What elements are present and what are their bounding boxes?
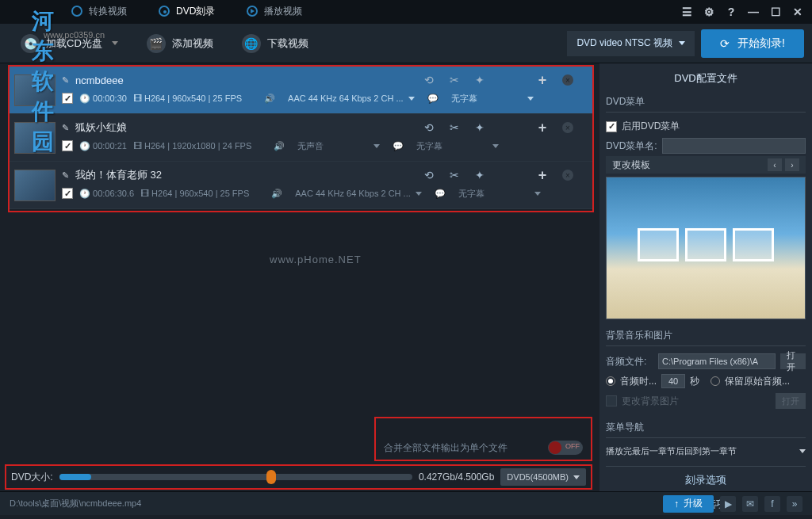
nav-behavior-select[interactable]: 播放完最后一章节后回到第一章节 [606, 445, 795, 457]
preset-label: DVD5(4500MB) [507, 472, 569, 482]
remove-button[interactable]: × [562, 74, 573, 86]
template-preview[interactable] [606, 177, 806, 319]
video-thumbnail [14, 74, 56, 106]
subtitle-icon: 💬 [427, 93, 439, 104]
minimize-button[interactable]: — [747, 6, 760, 18]
refresh-icon[interactable]: ⟲ [423, 74, 435, 86]
film-icon: 🎬 [147, 34, 166, 53]
more-icon[interactable]: » [787, 496, 802, 512]
video-row[interactable]: ✎ ncmbdeee ⟲ ✂ ✦ + × ✓ 🕐 00:00:30 🎞 H264… [10, 67, 592, 114]
menu-name-input[interactable] [662, 138, 806, 154]
keep-original-label: 保留原始音频... [725, 375, 790, 388]
upgrade-label: 升级 [684, 497, 703, 510]
open-audio-button[interactable]: 打开 [780, 353, 806, 369]
template-prev-button[interactable]: ‹ [768, 158, 782, 171]
play-icon [247, 6, 258, 17]
edit-icon[interactable]: ✎ [62, 170, 69, 181]
adjust-icon[interactable]: ✦ [473, 169, 486, 181]
duration: 🕐 00:06:30.6 [79, 189, 134, 199]
video-checkbox[interactable]: ✓ [62, 188, 73, 199]
upgrade-button[interactable]: ↑ 升级 [663, 495, 714, 513]
volume-icon[interactable]: 🔊 [271, 189, 282, 199]
video-checkbox[interactable]: ✓ [62, 140, 73, 151]
help-icon[interactable]: ? [725, 6, 737, 18]
add-button[interactable]: + [535, 120, 550, 135]
chevron-down-icon [573, 475, 580, 479]
edit-icon[interactable]: ✎ [62, 123, 69, 133]
enable-menu-label: 启用DVD菜单 [622, 120, 680, 133]
add-video-button[interactable]: 🎬 添加视频 [134, 29, 226, 58]
cut-icon[interactable]: ✂ [448, 121, 461, 134]
tab-convert[interactable]: 转换视频 [56, 0, 143, 24]
video-info: 🎞 H264 | 960x540 | 25 FPS [140, 189, 249, 198]
change-bg-checkbox[interactable] [606, 395, 617, 406]
subtitle-icon: 💬 [435, 189, 446, 199]
cd-icon: 💿 [21, 34, 40, 53]
settings-icon[interactable]: ⚙ [703, 6, 715, 18]
edit-icon[interactable]: ✎ [62, 75, 69, 86]
burn-options-link[interactable]: 刻录选项 [606, 468, 806, 492]
volume-icon[interactable]: 🔊 [264, 93, 275, 104]
video-checkbox[interactable]: ✓ [62, 93, 73, 104]
refresh-icon[interactable]: ⟲ [423, 169, 435, 181]
chevron-down-icon [112, 41, 118, 45]
size-slider-track[interactable] [59, 474, 412, 480]
video-thumbnail [14, 122, 56, 154]
add-button[interactable]: + [535, 168, 550, 182]
toolbar: 💿 加载CD光盘 🎬 添加视频 🌐 下载视频 DVD video NTSC 视频… [0, 24, 812, 63]
change-bg-label: 更改背景图片 [622, 395, 771, 408]
cut-icon[interactable]: ✂ [448, 74, 461, 86]
load-cd-button[interactable]: 💿 加载CD光盘 [8, 29, 131, 58]
download-video-button[interactable]: 🌐 下载视频 [229, 29, 321, 58]
chevron-down-icon [799, 449, 806, 453]
refresh-icon[interactable]: ⟲ [423, 121, 435, 134]
video-row[interactable]: ✎ 狐妖小红娘 ⟲ ✂ ✦ + × ✓ 🕐 00:00:21 🎞 H264 | … [10, 114, 592, 162]
remove-button[interactable]: × [562, 170, 573, 181]
facebook-icon[interactable]: f [764, 496, 780, 512]
adjust-icon[interactable]: ✦ [473, 121, 486, 134]
merge-toggle[interactable]: OFF [548, 441, 583, 455]
template-next-button[interactable]: › [785, 158, 799, 171]
size-slider-thumb[interactable] [266, 470, 276, 484]
video-info: 🎞 H264 | 1920x1080 | 24 FPS [133, 141, 251, 151]
audio-track-select[interactable]: AAC 44 KHz 64 Kbps 2 CH ... [282, 90, 421, 106]
maximize-button[interactable]: ☐ [769, 6, 782, 18]
audio-file-input[interactable] [658, 353, 776, 369]
keep-original-radio[interactable] [710, 376, 720, 386]
video-row[interactable]: ✎ 我的！体育老师 32 ⟲ ✂ ✦ + × ✓ 🕐 00:06:30.6 🎞 … [10, 162, 592, 209]
video-params-link[interactable]: 视频参数 [606, 516, 806, 519]
audio-time-radio[interactable] [606, 376, 615, 386]
subtitle-select[interactable]: 无字幕 [452, 185, 547, 201]
dvd-preset-select[interactable]: DVD5(4500MB) [500, 468, 586, 486]
cut-icon[interactable]: ✂ [448, 169, 461, 181]
audio-track-select[interactable]: AAC 44 KHz 64 Kbps 2 CH ... [289, 185, 428, 201]
audio-seconds-input[interactable] [661, 374, 685, 388]
video-title: 狐妖小红娘 [75, 120, 416, 135]
duration: 🕐 00:00:21 [79, 141, 127, 151]
video-list-panel: ✎ ncmbdeee ⟲ ✂ ✦ + × ✓ 🕐 00:00:30 🎞 H264… [0, 63, 599, 491]
toggle-state: OFF [565, 442, 580, 450]
video-list: ✎ ncmbdeee ⟲ ✂ ✦ + × ✓ 🕐 00:00:30 🎞 H264… [8, 65, 594, 212]
audio-track-select[interactable]: 无声音 [291, 138, 386, 154]
tab-play[interactable]: 播放视频 [231, 0, 318, 24]
output-format-select[interactable]: DVD video NTSC 视频 [567, 31, 695, 56]
enable-menu-checkbox[interactable]: ✓ [606, 121, 617, 132]
adjust-icon[interactable]: ✦ [473, 74, 486, 86]
up-arrow-icon: ↑ [674, 498, 679, 509]
video-title: 我的！体育老师 32 [75, 168, 416, 182]
menu-icon[interactable]: ☰ [680, 6, 693, 18]
disc-icon [159, 6, 170, 17]
tab-dvd[interactable]: DVD刻录 [143, 0, 231, 24]
start-burn-button[interactable]: ⟳ 开始刻录! [701, 29, 804, 58]
subtitle-select[interactable]: 无字幕 [445, 90, 540, 106]
duration: 🕐 00:00:30 [79, 93, 127, 104]
close-button[interactable]: ✕ [791, 6, 804, 18]
add-button[interactable]: + [535, 73, 550, 87]
volume-icon[interactable]: 🔊 [274, 141, 285, 151]
remove-button[interactable]: × [562, 122, 573, 133]
subtitle-select[interactable]: 无字幕 [410, 138, 505, 154]
button-label: 下载视频 [267, 36, 308, 51]
toggle-knob [549, 441, 561, 454]
youtube-icon[interactable]: ▶ [720, 496, 736, 512]
mail-icon[interactable]: ✉ [742, 496, 758, 512]
